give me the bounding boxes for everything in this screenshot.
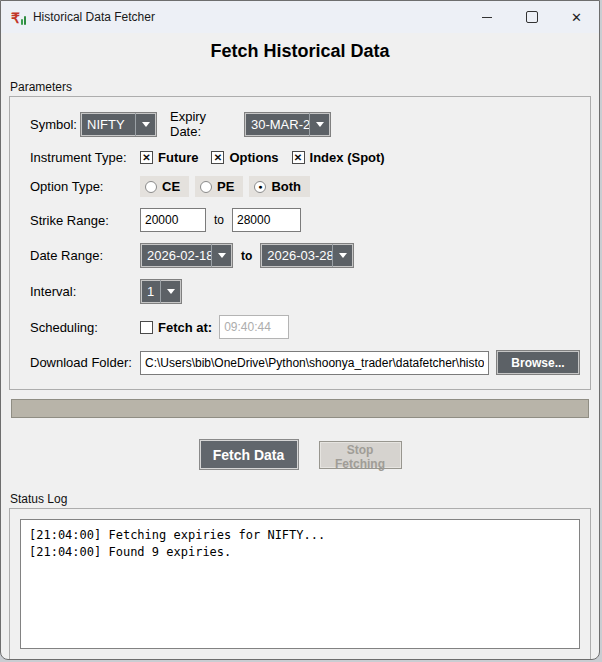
maximize-icon — [526, 11, 538, 23]
date-to-combobox[interactable]: 2026-03-28 — [260, 243, 354, 268]
browse-button[interactable]: Browse... — [496, 350, 580, 375]
download-folder-input[interactable] — [140, 351, 489, 375]
close-icon: ✕ — [571, 11, 582, 24]
log-line: [21:04:00] Found 9 expiries. — [29, 544, 571, 561]
fetch-time-input[interactable] — [219, 315, 289, 339]
interval-value: 1 — [141, 280, 160, 303]
rupee-icon: ₹ — [11, 11, 20, 25]
page-title: Fetch Historical Data — [1, 33, 599, 72]
window-controls: ✕ — [464, 1, 599, 33]
window-title: Historical Data Fetcher — [33, 10, 155, 24]
parameters-section-label: Parameters — [10, 80, 599, 94]
chevron-down-icon — [160, 280, 181, 303]
radio-icon — [200, 181, 212, 193]
instrument-type-label: Instrument Type: — [30, 150, 140, 165]
log-line: [21:04:00] Fetching expiries for NIFTY..… — [29, 527, 571, 544]
chevron-down-icon — [211, 244, 232, 267]
scheduling-row: Scheduling: Fetch at: — [30, 315, 590, 339]
checkbox-icon: ✕ — [211, 151, 224, 164]
checkbox-label: Options — [229, 150, 278, 165]
parameters-groupbox: Symbol: NIFTY Expiry Date: 30-MAR-2026 I… — [9, 96, 591, 390]
expiry-date-label: Expiry Date: — [170, 109, 240, 139]
symbol-expiry-row: Symbol: NIFTY Expiry Date: 30-MAR-2026 — [30, 109, 590, 139]
fetch-at-label: Fetch at: — [158, 320, 212, 335]
chart-bar-icon — [24, 16, 26, 25]
download-folder-label: Download Folder: — [30, 355, 140, 370]
checkbox-options[interactable]: ✕ Options — [211, 150, 278, 165]
option-type-row: Option Type: CE PE ● Both — [30, 176, 590, 197]
checkbox-label: Index (Spot) — [310, 150, 385, 165]
symbol-label: Symbol: — [30, 117, 80, 132]
date-range-label: Date Range: — [30, 248, 140, 263]
interval-combobox[interactable]: 1 — [140, 279, 182, 304]
status-log-groupbox: [21:04:00] Fetching expiries for NIFTY..… — [9, 508, 591, 660]
date-to-value: 2026-03-28 — [261, 244, 332, 267]
symbol-combobox[interactable]: NIFTY — [80, 112, 157, 137]
strike-range-row: Strike Range: to — [30, 208, 590, 232]
progress-bar — [11, 399, 589, 418]
download-folder-row: Download Folder: Browse... — [30, 350, 590, 375]
interval-row: Interval: 1 — [30, 279, 590, 304]
radio-label: Both — [271, 179, 301, 194]
app-icon: ₹ — [11, 9, 26, 25]
radio-label: CE — [162, 179, 180, 194]
chevron-down-icon — [309, 113, 330, 136]
action-buttons-row: Fetch Data Stop Fetching — [1, 439, 599, 470]
minimize-icon — [482, 17, 492, 18]
maximize-button[interactable] — [509, 1, 554, 33]
expiry-date-value: 30-MAR-2026 — [245, 113, 309, 136]
fetch-data-button[interactable]: Fetch Data — [199, 439, 299, 470]
radio-pe[interactable]: PE — [195, 176, 243, 197]
checkbox-icon: ✕ — [140, 151, 153, 164]
radio-ce[interactable]: CE — [140, 176, 189, 197]
date-range-row: Date Range: 2026-02-18 to 2026-03-28 — [30, 243, 590, 268]
status-log-section-label: Status Log — [10, 492, 599, 506]
stop-fetching-button[interactable]: Stop Fetching — [319, 441, 402, 469]
status-log-textarea[interactable]: [21:04:00] Fetching expiries for NIFTY..… — [20, 519, 580, 649]
symbol-value: NIFTY — [81, 113, 135, 136]
checkbox-label: Future — [158, 150, 198, 165]
app-window: ₹ Historical Data Fetcher ✕ Fetch Histor… — [0, 0, 600, 660]
radio-icon — [145, 181, 157, 193]
chevron-down-icon — [135, 113, 156, 136]
checkbox-icon — [140, 321, 153, 334]
expiry-date-combobox[interactable]: 30-MAR-2026 — [244, 112, 331, 137]
checkbox-icon: ✕ — [292, 151, 305, 164]
radio-label: PE — [217, 179, 234, 194]
radio-both[interactable]: ● Both — [249, 176, 310, 197]
interval-label: Interval: — [30, 284, 140, 299]
titlebar: ₹ Historical Data Fetcher ✕ — [1, 1, 599, 33]
chevron-down-icon — [332, 244, 353, 267]
chart-bar-icon — [21, 19, 23, 25]
checkbox-index-spot[interactable]: ✕ Index (Spot) — [292, 150, 385, 165]
close-button[interactable]: ✕ — [554, 1, 599, 33]
strike-range-label: Strike Range: — [30, 213, 140, 228]
date-from-value: 2026-02-18 — [141, 244, 211, 267]
strike-from-input[interactable] — [140, 208, 206, 232]
fetch-at-checkbox[interactable]: Fetch at: — [140, 320, 212, 335]
date-to-label: to — [241, 249, 252, 263]
scheduling-label: Scheduling: — [30, 320, 140, 335]
option-type-label: Option Type: — [30, 179, 140, 194]
date-from-combobox[interactable]: 2026-02-18 — [140, 243, 233, 268]
instrument-type-row: Instrument Type: ✕ Future ✕ Options ✕ In… — [30, 150, 590, 165]
strike-to-label: to — [214, 213, 224, 227]
radio-icon: ● — [254, 181, 266, 193]
checkbox-future[interactable]: ✕ Future — [140, 150, 198, 165]
strike-to-input[interactable] — [232, 208, 301, 232]
minimize-button[interactable] — [464, 1, 509, 33]
